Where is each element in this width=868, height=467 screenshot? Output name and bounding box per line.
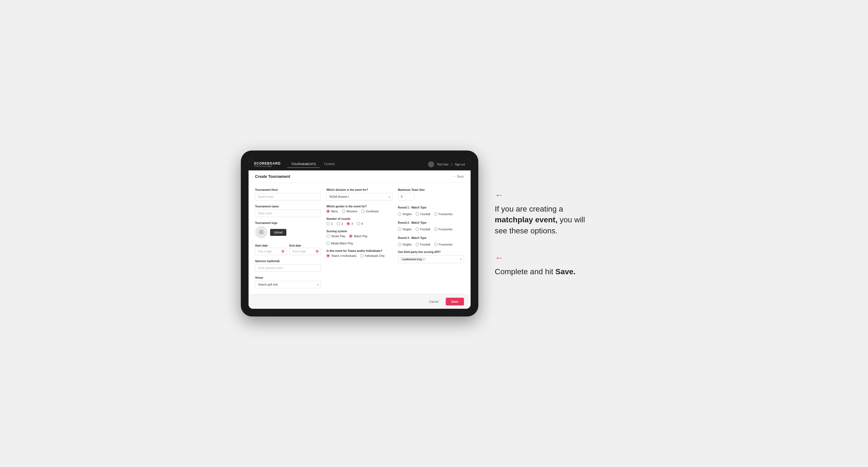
round1-singles[interactable]: Singles <box>398 212 412 216</box>
round3-fourball[interactable]: Fourball <box>415 243 430 246</box>
api-value: Leaderboard King <box>402 258 422 261</box>
venue-label: Venue <box>255 276 321 279</box>
max-team-label: Maximum Team Size <box>398 188 464 191</box>
tab-teams[interactable]: TEAMS <box>320 161 339 168</box>
nav-bar: SCOREBOARD Powered by clippit TOURNAMENT… <box>249 158 471 170</box>
gender-womens[interactable]: Womens <box>342 210 358 213</box>
annotation-bottom: ← Complete and hit Save. <box>495 253 627 277</box>
round1-foursomes[interactable]: Foursomes <box>434 212 453 216</box>
round2-match-group: Round 2 - Match Type Singles Fourball <box>398 221 464 231</box>
host-group: Tournament Host <box>255 188 321 200</box>
round1-foursomes-radio[interactable] <box>434 212 437 216</box>
round2-radio-group: Singles Fourball Foursomes <box>398 227 464 231</box>
user-name: Test User <box>437 163 448 166</box>
round3-foursomes[interactable]: Foursomes <box>434 243 453 246</box>
round1-fourball[interactable]: Fourball <box>415 212 430 216</box>
round-3-radio[interactable] <box>347 222 350 225</box>
end-date-group: End date 📅 <box>289 243 321 255</box>
round1-match-group: Round 1 - Match Type Singles Fourball <box>398 206 464 216</box>
upload-button[interactable]: Upload <box>270 229 287 236</box>
round2-singles-radio[interactable] <box>398 227 401 231</box>
round-3[interactable]: 3 <box>347 222 353 225</box>
max-team-input[interactable] <box>398 193 414 200</box>
api-tag: Leaderboard King × <box>400 257 426 261</box>
tablet-screen: SCOREBOARD Powered by clippit TOURNAMENT… <box>249 158 471 309</box>
individuals-option[interactable]: Individuals Only <box>361 254 385 257</box>
api-group: Use third-party live scoring API? Leader… <box>398 250 464 263</box>
round2-fourball[interactable]: Fourball <box>415 227 430 231</box>
round-4[interactable]: 4 <box>357 222 363 225</box>
rounds-group: Number of rounds 1 2 <box>327 217 393 225</box>
teams-label: Is this event for Teams and/or Individua… <box>327 249 393 252</box>
name-input[interactable] <box>255 210 321 217</box>
round3-fourball-radio[interactable] <box>415 243 419 246</box>
round-2[interactable]: 2 <box>337 222 343 225</box>
save-bold: Save. <box>555 267 576 276</box>
venue-select-wrapper: Search golf club <box>255 281 321 288</box>
sponsor-label: Sponsor (optional) <box>255 259 321 262</box>
arrow-top-icon: ← <box>495 190 627 200</box>
round3-singles-radio[interactable] <box>398 243 401 246</box>
outer-wrapper: SCOREBOARD Powered by clippit TOURNAMENT… <box>241 151 627 316</box>
round2-fourball-radio[interactable] <box>415 227 419 231</box>
api-remove[interactable]: × <box>423 258 425 261</box>
scoring-medal-radio[interactable] <box>327 242 330 245</box>
gender-womens-radio[interactable] <box>342 210 345 213</box>
api-select-wrapper[interactable]: Leaderboard King × ▾ <box>398 255 464 263</box>
round1-fourball-radio[interactable] <box>415 212 419 216</box>
scoring-medal[interactable]: Medal Match Play <box>327 242 353 245</box>
round-1-radio[interactable] <box>327 222 330 225</box>
gender-combined-label: Combined <box>366 210 379 213</box>
logo-label: Tournament logo <box>255 221 321 224</box>
scoring-match[interactable]: Match Play <box>349 235 367 238</box>
scoring-stroke[interactable]: Stroke Play <box>327 235 345 238</box>
division-select[interactable]: NCAA Division I <box>327 193 393 200</box>
form-col1: Tournament Host Tournament name Tourname… <box>255 188 321 288</box>
start-date-wrapper: 📅 <box>255 248 287 255</box>
scoring-match-radio[interactable] <box>349 235 352 238</box>
round3-singles[interactable]: Singles <box>398 243 412 246</box>
round2-singles[interactable]: Singles <box>398 227 412 231</box>
gender-mens[interactable]: Mens <box>327 210 338 213</box>
signout-link[interactable]: Sign out <box>455 163 465 166</box>
tab-tournaments[interactable]: TOURNAMENTS <box>287 161 320 168</box>
api-dropdown-icon: ▾ <box>460 258 462 261</box>
scoring-stroke-radio[interactable] <box>327 235 330 238</box>
tablet-frame: SCOREBOARD Powered by clippit TOURNAMENT… <box>241 151 478 316</box>
round2-foursomes-radio[interactable] <box>434 227 437 231</box>
scoring-group: Scoring system Stroke Play Match Play <box>327 230 393 245</box>
cancel-button[interactable]: Cancel <box>425 298 443 306</box>
round3-match-group: Round 3 - Match Type Singles Fourball <box>398 237 464 246</box>
round-1[interactable]: 1 <box>327 222 333 225</box>
round2-foursomes[interactable]: Foursomes <box>434 227 453 231</box>
venue-group: Venue Search golf club <box>255 276 321 288</box>
round-2-radio[interactable] <box>337 222 340 225</box>
round1-radio-group: Singles Fourball Foursomes <box>398 212 464 216</box>
matchplay-bold: matchplay event, <box>495 215 558 224</box>
round3-foursomes-radio[interactable] <box>434 243 437 246</box>
annotation-bottom-text: Complete and hit Save. <box>495 266 594 277</box>
gender-mens-radio[interactable] <box>327 210 330 213</box>
form-col2: Which division is the event for? NCAA Di… <box>327 188 393 288</box>
gender-combined[interactable]: Combined <box>361 210 379 213</box>
gender-radio-group: Mens Womens Combined <box>327 210 393 213</box>
rounds-label: Number of rounds <box>327 217 393 220</box>
venue-select[interactable]: Search golf club <box>255 281 321 288</box>
teams-option[interactable]: Teams (+Individuals) <box>327 254 356 257</box>
annotation-top-text: If you are creating a matchplay event, y… <box>495 204 594 236</box>
round1-singles-radio[interactable] <box>398 212 401 216</box>
nav-tabs: TOURNAMENTS TEAMS <box>287 161 422 168</box>
gender-combined-radio[interactable] <box>361 210 365 213</box>
logo-group: Tournament logo 🖼 Upload <box>255 221 321 238</box>
calendar-icon: 📅 <box>281 250 284 253</box>
sponsor-input[interactable] <box>255 264 321 272</box>
round-4-radio[interactable] <box>357 222 360 225</box>
teams-radio[interactable] <box>327 254 330 257</box>
logo-placeholder: 🖼 <box>255 226 267 238</box>
page-title: Create Tournament <box>255 174 290 179</box>
save-button[interactable]: Save <box>446 298 464 306</box>
back-button[interactable]: ← Back <box>453 175 464 178</box>
host-input[interactable] <box>255 193 321 200</box>
individuals-radio[interactable] <box>361 254 364 257</box>
avatar <box>428 161 434 167</box>
